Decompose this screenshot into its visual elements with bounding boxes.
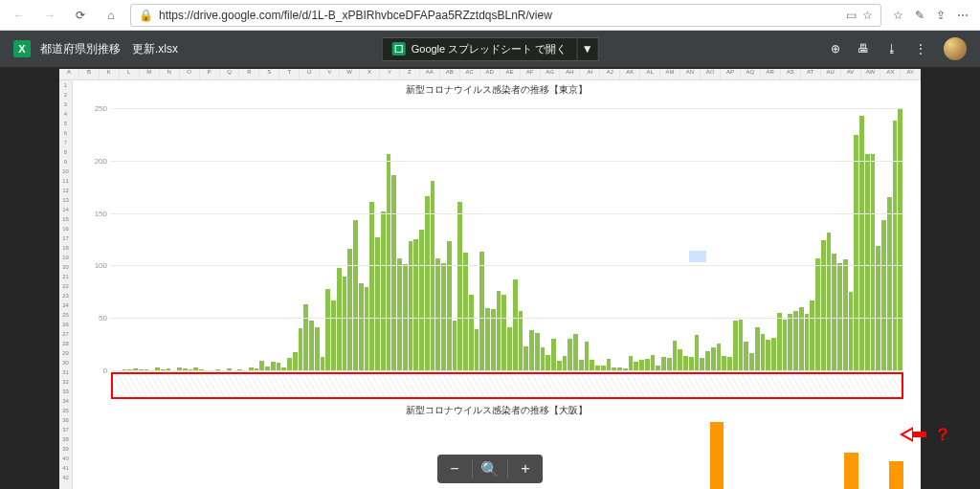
open-with-sheets-button[interactable]: Google スプレッドシート で開く bbox=[382, 37, 578, 61]
more-actions-icon[interactable]: ⋮ bbox=[915, 42, 926, 56]
bar bbox=[749, 353, 754, 370]
bar bbox=[343, 277, 347, 370]
annotation-mark: ？ bbox=[934, 423, 951, 446]
bar bbox=[761, 334, 766, 370]
share-icon[interactable]: ⇪ bbox=[936, 9, 946, 22]
avatar[interactable] bbox=[944, 37, 967, 60]
bar bbox=[733, 321, 738, 370]
chart-title-osaka: 新型コロナウイルス感染者の推移【大阪】 bbox=[73, 401, 921, 417]
bar bbox=[683, 356, 688, 370]
bar bbox=[365, 287, 369, 370]
row-headers: 1234567891011121314151617181920212223242… bbox=[59, 80, 73, 489]
favorites-icon[interactable]: ☆ bbox=[893, 9, 903, 22]
bar bbox=[887, 197, 892, 370]
refresh-button[interactable]: ⟳ bbox=[69, 4, 92, 27]
bar bbox=[309, 321, 314, 370]
bar bbox=[832, 254, 836, 370]
bar bbox=[501, 295, 506, 370]
bar bbox=[541, 347, 546, 370]
bar bbox=[667, 358, 672, 370]
bar bbox=[463, 253, 468, 370]
bar bbox=[651, 355, 656, 370]
zoom-reset-button[interactable]: 🔍 bbox=[473, 455, 507, 483]
bar bbox=[391, 175, 396, 370]
favorite-icon[interactable]: ☆ bbox=[862, 9, 873, 22]
bar bbox=[744, 342, 748, 370]
bar bbox=[507, 327, 512, 370]
bar bbox=[479, 252, 484, 370]
bar bbox=[673, 341, 678, 370]
bar bbox=[799, 307, 804, 370]
bar bbox=[579, 360, 584, 370]
more-icon[interactable]: ⋯ bbox=[957, 9, 969, 22]
x-axis-highlight-box bbox=[111, 372, 903, 399]
notes-icon[interactable]: ✎ bbox=[915, 9, 924, 22]
reader-icon[interactable]: ▭ bbox=[846, 9, 857, 22]
bar bbox=[783, 320, 788, 370]
chart-tokyo: 新型コロナウイルス感染者の推移【東京】 050100150200250 bbox=[73, 80, 921, 401]
bar bbox=[700, 358, 704, 370]
lock-icon: 🔒 bbox=[139, 9, 153, 22]
bar bbox=[871, 154, 876, 370]
column-headers: ABKLMNOPQRSTUVWXYZAAABACADAEAFAGAHAIAJAK… bbox=[59, 69, 921, 80]
bar bbox=[727, 357, 732, 370]
bar bbox=[546, 355, 550, 370]
sheets-icon bbox=[392, 42, 406, 56]
bar bbox=[469, 295, 474, 370]
home-button[interactable]: ⌂ bbox=[100, 4, 122, 27]
bar bbox=[409, 241, 413, 370]
bar bbox=[321, 357, 325, 370]
bar bbox=[889, 461, 903, 489]
print-icon[interactable]: 🖶 bbox=[858, 42, 869, 56]
xlsx-icon: X bbox=[13, 40, 31, 57]
bar bbox=[325, 289, 330, 371]
bar bbox=[893, 121, 898, 370]
bar bbox=[425, 196, 430, 370]
zoom-out-button[interactable]: − bbox=[437, 455, 472, 483]
bar bbox=[453, 321, 457, 370]
chart-bars-tokyo bbox=[111, 98, 903, 370]
file-name: 都道府県別推移 更新.xlsx bbox=[40, 41, 178, 57]
bar bbox=[645, 359, 650, 370]
back-button[interactable]: ← bbox=[8, 4, 31, 27]
bar bbox=[639, 360, 644, 370]
bar bbox=[457, 202, 462, 370]
bar bbox=[441, 263, 446, 370]
document-viewport: ABKLMNOPQRSTUVWXYZAAABACADAEAFAGAHAIAJAK… bbox=[0, 67, 980, 489]
bar bbox=[277, 363, 281, 370]
forward-button[interactable]: → bbox=[38, 4, 61, 27]
bar bbox=[810, 300, 814, 370]
bar bbox=[849, 292, 854, 370]
bar bbox=[634, 362, 638, 370]
open-with-dropdown[interactable]: ▼ bbox=[577, 37, 598, 61]
zoom-toolbar: − 🔍 + bbox=[437, 455, 543, 483]
bar bbox=[705, 351, 710, 370]
bar bbox=[337, 268, 342, 370]
browser-toolbar: ← → ⟳ ⌂ 🔒 https://drive.google.com/file/… bbox=[0, 0, 980, 31]
bar bbox=[898, 108, 902, 370]
bar bbox=[375, 237, 380, 370]
bar bbox=[529, 330, 534, 370]
bar bbox=[843, 259, 848, 370]
zoom-in-button[interactable]: + bbox=[508, 455, 543, 483]
chart-title-tokyo: 新型コロナウイルス感染者の推移【東京】 bbox=[73, 80, 921, 97]
add-to-drive-icon[interactable]: ⊕ bbox=[831, 42, 840, 56]
bar bbox=[359, 283, 364, 370]
open-with-label: Google スプレッドシート で開く bbox=[412, 42, 568, 56]
bar bbox=[431, 181, 435, 370]
bar bbox=[387, 154, 391, 370]
selection-highlight bbox=[689, 251, 706, 262]
bar bbox=[475, 329, 479, 370]
bar bbox=[739, 320, 744, 370]
bar bbox=[805, 314, 810, 370]
spreadsheet-page: ABKLMNOPQRSTUVWXYZAAABACADAEAFAGAHAIAJAK… bbox=[59, 69, 921, 489]
drive-header: X 都道府県別推移 更新.xlsx Google スプレッドシート で開く ▼ … bbox=[0, 31, 980, 67]
chart-plot-tokyo: 050100150200250 bbox=[111, 98, 903, 370]
bar bbox=[271, 362, 276, 370]
bar bbox=[551, 339, 556, 370]
bar bbox=[369, 202, 374, 370]
address-bar[interactable]: 🔒 https://drive.google.com/file/d/1L-B_x… bbox=[130, 4, 881, 27]
bar bbox=[793, 311, 798, 370]
bar bbox=[827, 233, 832, 370]
download-icon[interactable]: ⭳ bbox=[886, 42, 898, 56]
